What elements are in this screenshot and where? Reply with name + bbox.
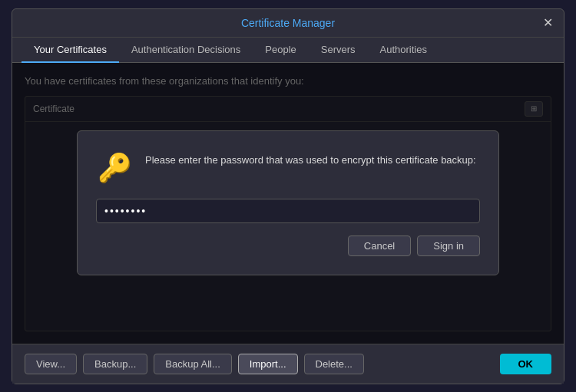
tab-servers[interactable]: Servers [309,38,368,63]
tab-authentication-decisions[interactable]: Authentication Decisions [119,38,253,63]
sign-in-button[interactable]: Sign in [417,236,480,256]
tab-people[interactable]: People [253,38,308,63]
modal-buttons: Cancel Sign in [96,236,480,256]
delete-button[interactable]: Delete... [304,354,364,374]
view-button[interactable]: View... [25,354,77,374]
tab-bar: Your Certificates Authentication Decisio… [12,38,564,63]
tab-your-certificates[interactable]: Your Certificates [22,38,119,63]
modal-overlay: 🔑 Please enter the password that was use… [12,63,564,344]
password-input[interactable] [96,199,480,223]
modal-header: 🔑 Please enter the password that was use… [96,150,480,186]
backup-button[interactable]: Backup... [83,354,147,374]
key-icon: 🔑 [96,150,133,186]
import-button[interactable]: Import... [238,354,298,374]
tab-authorities[interactable]: Authorities [368,38,439,63]
dialog-title: Certificate Manager [241,17,335,29]
content-area: You have certificates from these organiz… [12,63,564,344]
action-buttons: View... Backup... Backup All... Import..… [25,354,364,374]
backup-all-button[interactable]: Backup All... [154,354,232,374]
ok-button[interactable]: OK [500,354,552,374]
modal-message: Please enter the password that was used … [145,150,476,168]
bottom-bar: View... Backup... Backup All... Import..… [12,344,564,384]
password-dialog: 🔑 Please enter the password that was use… [77,130,499,275]
cancel-button[interactable]: Cancel [348,236,411,256]
title-bar: Certificate Manager ✕ [12,9,564,38]
certificate-manager-dialog: Certificate Manager ✕ Your Certificates … [12,8,564,384]
close-button[interactable]: ✕ [539,15,556,31]
